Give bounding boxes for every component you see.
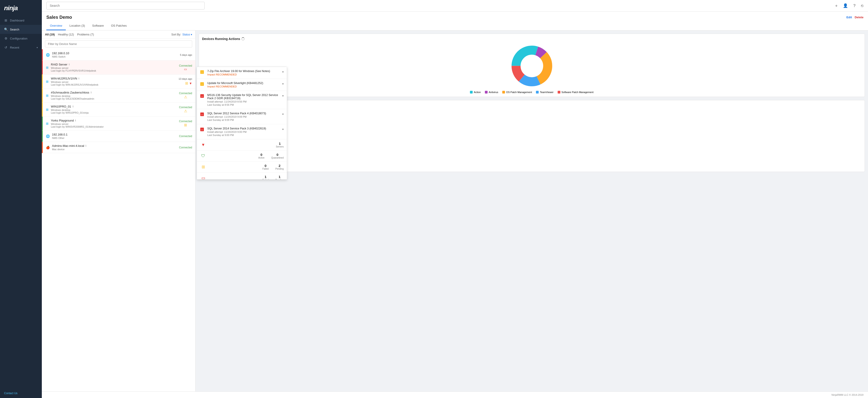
device-row[interactable]: 🌐 192.168.0.10 NMS Switch 5 days ago: [42, 49, 195, 61]
stat-values-sw: 1 Failed 1 Pending: [262, 175, 284, 179]
tab-os-patches[interactable]: OS Patches: [107, 22, 130, 30]
device-row[interactable]: ⊞ Yorks Playground ℹ Windows serverLast …: [42, 117, 195, 131]
stat-servers: 1 Servers: [276, 142, 284, 148]
event-item: Device STANSKE updated by Eric Stanske.: [202, 153, 862, 158]
device-info: RAID Server ℹ Windows serverLast login b…: [51, 63, 177, 72]
action-label: Action: [474, 91, 481, 94]
help-icon[interactable]: ？: [852, 3, 857, 8]
chevron-down-icon: ▾: [282, 94, 284, 97]
device-sub: NMS Switch: [52, 55, 178, 58]
device-row[interactable]: 🍎 Admins-Mac-mini-4.local ℹ Mac device C…: [42, 142, 195, 153]
sidebar-item-configuration[interactable]: ⚙ Configuration: [0, 34, 42, 43]
filter-healthy[interactable]: Healthy (12): [58, 33, 74, 36]
device-info: Admins-Mac-mini-4.local ℹ Mac device: [52, 144, 177, 151]
event-item: Device MBPKafeg.local re-registered.: [202, 126, 862, 131]
device-name: WIN-MJ2RSJV1IVN ℹ: [51, 77, 176, 80]
device-row[interactable]: ⊞ WIN-MJ2RSJV1IVN ℹ Windows serverLast l…: [42, 74, 195, 89]
patch-date1: Install attempt: 11/24/2019 9:00 PM: [207, 131, 280, 133]
svg-point-15: [521, 55, 543, 77]
main-area: ＋ 👤 ？ ⎋ Sales Demo Edit Delete Overview …: [42, 0, 868, 398]
event-item: Device 172.16.1.21 registered.: [202, 136, 862, 141]
sort-by-label: Sort By:: [171, 33, 181, 36]
dropdown-item[interactable]: ↓ 7-Zip File Archiver 19.00 for Windows …: [197, 67, 287, 79]
tab-software[interactable]: Software: [89, 22, 107, 30]
tab-overview[interactable]: Overview: [46, 22, 66, 30]
device-name: 192.168.0.10: [52, 52, 178, 55]
filter-problems[interactable]: Problems (7): [77, 33, 94, 36]
device-sub: NMS Other: [52, 137, 177, 139]
windows-icon: ⊞: [46, 80, 49, 84]
patch-impact: Impact RECOMMENDED: [207, 85, 280, 88]
patch-date2: Last Sunday at 9:00 PM: [207, 134, 280, 136]
teamviewer-label: TeamViewer: [540, 91, 553, 94]
header-icons: ＋ 👤 ？ ⎋: [834, 3, 864, 8]
user-icon[interactable]: 👤: [843, 3, 848, 8]
patch-impact: Impact RECOMMENDED: [207, 73, 280, 76]
info-icon: ℹ: [75, 119, 76, 122]
search-input[interactable]: [46, 2, 205, 9]
device-row[interactable]: ⊞ RAID Server ℹ Windows serverLast login…: [42, 61, 195, 74]
device-filter-input[interactable]: [45, 40, 192, 47]
device-sub: Windows serverLast login by WINSVR2008R2…: [51, 123, 177, 128]
logout-icon[interactable]: ⎋: [861, 3, 864, 8]
stat-pending-win: 2 Pending: [275, 164, 284, 170]
footer-text: NinjaRMM LLC © 2014-2019: [832, 394, 864, 396]
os-patch-label: OS Patch Management: [506, 91, 532, 94]
stat-quarantined: 0 Quarantined: [271, 153, 284, 159]
org-name: Sales Demo: [46, 15, 72, 20]
sidebar-item-search[interactable]: 🔍 Search: [0, 25, 42, 34]
devices-running-actions-card: Devices Running Actions: [199, 34, 865, 97]
dropdown-item[interactable]: ↓ Update for Microsoft Silverlight (KB44…: [197, 79, 287, 91]
chevron-down-icon: ▾: [282, 82, 284, 86]
add-icon[interactable]: ＋: [834, 3, 838, 8]
device-status: 5 days ago: [180, 54, 192, 56]
footer: NinjaRMM LLC © 2014-2019: [42, 392, 868, 398]
patch-date2: Last Sunday at 9:09 PM: [207, 119, 280, 121]
patch-icon: ▭: [200, 127, 205, 132]
search-icon: 🔍: [4, 28, 8, 31]
dropdown-item[interactable]: ▭ SQL Server 2014 Service Pack 3 (KB4022…: [197, 124, 287, 139]
info-icon: ℹ: [69, 63, 70, 66]
filter-all[interactable]: All (19): [45, 33, 55, 36]
dropdown-item[interactable]: ▭ MS16-136 Security Update for SQL Serve…: [197, 91, 287, 109]
stat-failed-win: 0 Failed: [262, 164, 269, 170]
dropdown-content: MS16-136 Security Update for SQL Server …: [207, 94, 280, 106]
event-item: Device STANSKE re-registered.: [202, 158, 862, 163]
pending-sw-value: 1: [275, 175, 284, 179]
tab-location[interactable]: Location (3): [66, 22, 89, 30]
svg-text:↓: ↓: [202, 83, 203, 86]
contact-link[interactable]: Contact Us: [0, 389, 42, 398]
system-events-title: System Events for the Last Month: [202, 103, 862, 107]
dropdown-item[interactable]: ▭ SQL Server 2012 Service Pack 4 (KB4018…: [197, 109, 287, 124]
device-sub: Windows serverLast login by FLHYPERVSVR1…: [51, 67, 177, 72]
legend-software-patch: Software Patch Management: [558, 91, 594, 94]
event-item: Device JERRYOFFICEPC registered.: [202, 147, 862, 152]
sidebar-item-dashboard[interactable]: ⊞ Dashboard: [0, 16, 42, 25]
teamviewer-dot: [536, 91, 539, 94]
stat-pending-sw: 1 Pending: [275, 175, 284, 179]
device-info: WIN-MJ2RSJV1IVN ℹ Windows serverLast log…: [51, 77, 176, 86]
sort-by-control: Sort By: Status ▾: [171, 33, 192, 36]
device-name: Admins-Mac-mini-4.local ℹ: [52, 144, 177, 147]
apple-icon: 🍎: [46, 146, 50, 149]
chevron-down-icon: ▾: [282, 70, 284, 73]
device-row[interactable]: ⊞ WIN10PRO_01 ℹ Windows desktopLast logi…: [42, 103, 195, 117]
svg-text:▭: ▭: [201, 113, 203, 115]
connected-status: Connected: [179, 106, 192, 109]
info-icon: ℹ: [91, 91, 92, 94]
logo: ninja: [0, 0, 42, 16]
device-status: Connected: [179, 135, 192, 138]
sidebar-nav: ⊞ Dashboard 🔍 Search ⚙ Configuration ↺ R…: [0, 16, 42, 389]
svg-text:↓: ↓: [202, 71, 203, 73]
event-item: Device STANSKE registered.: [202, 163, 862, 168]
device-row[interactable]: 🌐 192.168.0.1 NMS Other Connected: [42, 131, 195, 142]
device-row[interactable]: ⊞ #Schmaudinis Zauberschloss ℹ Windows d…: [42, 89, 195, 103]
org-header: Sales Demo Edit Delete Overview Location…: [42, 11, 868, 31]
failed-sw-value: 1: [262, 175, 269, 179]
event-item: Device MINALWINVISTAX6 registered.: [202, 115, 862, 120]
delete-button[interactable]: Delete: [855, 15, 864, 19]
edit-button[interactable]: Edit: [846, 15, 852, 19]
sort-by-value[interactable]: Status ▾: [182, 33, 192, 36]
pending-sw-label: Pending: [275, 179, 284, 179]
sidebar-item-recent[interactable]: ↺ Recent ▾: [0, 43, 42, 52]
